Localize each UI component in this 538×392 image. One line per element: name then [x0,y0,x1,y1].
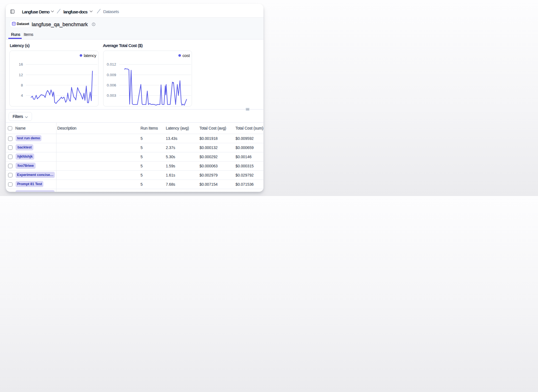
svg-text:0.009: 0.009 [107,73,116,77]
svg-text:4: 4 [21,93,23,98]
svg-text:8: 8 [21,83,23,87]
svg-text:0.003: 0.003 [107,93,116,98]
svg-text:12: 12 [19,73,23,77]
svg-text:0.006: 0.006 [107,83,116,87]
svg-text:16: 16 [19,62,23,66]
svg-text:0.012: 0.012 [107,62,116,66]
svg-text:latency: latency [84,53,97,58]
svg-text:cost: cost [182,53,190,58]
